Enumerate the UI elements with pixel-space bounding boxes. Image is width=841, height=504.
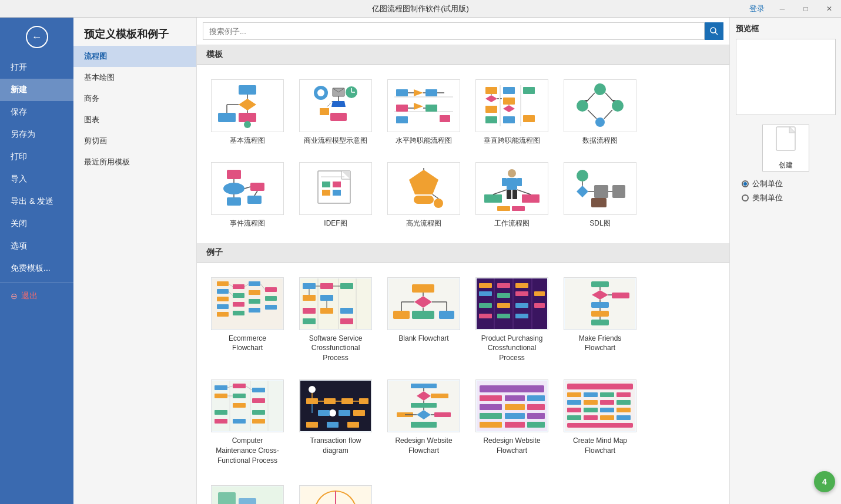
svg-rect-218 [327, 422, 339, 428]
svg-rect-62 [227, 170, 241, 179]
maximize-button[interactable]: □ [794, 0, 817, 18]
svg-rect-189 [233, 384, 246, 388]
category-flowchart[interactable]: 流程图 [73, 46, 196, 67]
svg-rect-24 [396, 89, 408, 96]
template-event-flowchart[interactable]: 事件流程图 [206, 157, 289, 234]
svg-rect-132 [303, 308, 316, 314]
svg-rect-65 [250, 183, 264, 191]
green-circle-button[interactable]: 4 [814, 471, 835, 492]
svg-rect-161 [515, 283, 528, 288]
svg-rect-74 [322, 190, 330, 196]
svg-rect-166 [479, 314, 492, 318]
sidebar-item-save[interactable]: 保存 [0, 101, 73, 123]
category-business[interactable]: 商务 [73, 88, 196, 109]
sidebar-item-print[interactable]: 打印 [0, 146, 73, 168]
sidebar-item-close[interactable]: 关闭 [0, 213, 73, 235]
svg-rect-103 [217, 281, 229, 286]
close-button[interactable]: ✕ [817, 0, 841, 18]
template-label-data: 数据流程图 [582, 136, 618, 146]
category-recent[interactable]: 最近所用模板 [73, 152, 196, 173]
search-input[interactable] [203, 22, 705, 40]
search-button[interactable] [705, 22, 723, 40]
svg-rect-170 [534, 303, 545, 308]
back-button[interactable]: ← [22, 22, 52, 52]
svg-rect-107 [217, 312, 229, 317]
example-make-friends[interactable]: Make FriendsFlowchart [559, 272, 641, 368]
svg-rect-39 [485, 87, 497, 94]
example-software-service[interactable]: Software ServiceCrossfunctionalProcess [294, 272, 377, 368]
svg-rect-127 [303, 283, 316, 289]
svg-rect-47 [523, 87, 535, 94]
example-product-purchasing[interactable]: Product PurchasingCrossfunctionalProcess [471, 272, 553, 368]
example-extra-1[interactable]: 图表 [206, 480, 289, 504]
app-title: 亿图流程图制作软件(试用版) [372, 4, 469, 14]
templates-scroll[interactable]: 模板 [197, 45, 729, 504]
unit-imperial[interactable]: 美制单位 [742, 193, 835, 203]
template-thumb-sdl [564, 162, 636, 215]
svg-rect-110 [233, 302, 244, 307]
example-blank-flowchart[interactable]: Blank Flowchart [383, 272, 465, 368]
sidebar-item-options[interactable]: 选项 [0, 235, 73, 257]
svg-rect-92 [497, 206, 510, 211]
sidebar-item-open[interactable]: 打开 [0, 56, 73, 79]
create-button[interactable]: 创建 [762, 125, 809, 172]
template-label-basic: 基本流程图 [230, 136, 265, 146]
sidebar-item-save-as[interactable]: 另存为 [0, 123, 73, 146]
template-data-flowchart[interactable]: 数据流程图 [559, 74, 641, 151]
template-sdl[interactable]: SDL图 [559, 157, 641, 234]
login-link[interactable]: 登录 [749, 4, 765, 14]
svg-rect-197 [233, 419, 246, 424]
sidebar-item-import[interactable]: 导入 [0, 168, 73, 190]
svg-rect-227 [434, 412, 451, 417]
svg-rect-187 [215, 385, 227, 390]
template-highlight-flowchart[interactable]: 高光流程图 [383, 157, 465, 234]
svg-point-80 [434, 199, 443, 208]
svg-rect-254 [567, 400, 581, 405]
sidebar-item-export-send[interactable]: 导出 & 发送 [0, 190, 73, 213]
svg-rect-160 [497, 293, 510, 298]
example-ecommerce[interactable]: EcommerceFlowchart [206, 272, 289, 368]
svg-rect-83 [507, 178, 517, 190]
svg-rect-114 [249, 299, 260, 304]
example-computer-maintenance[interactable]: ComputerMaintenance Cross-Functional Pro… [206, 374, 289, 471]
svg-rect-150 [439, 311, 454, 319]
category-basic-drawing[interactable]: 基本绘图 [73, 67, 196, 88]
category-cutout[interactable]: 剪切画 [73, 130, 196, 152]
example-redesign-website[interactable]: Redesign WebsiteFlowchart [383, 374, 465, 471]
svg-rect-131 [320, 295, 333, 301]
unit-metric[interactable]: 公制单位 [742, 179, 835, 189]
example-extra-2[interactable] [294, 480, 377, 504]
sidebar-item-exit[interactable]: ⊖ 退出 [0, 285, 73, 307]
example-transaction-flow[interactable]: Transaction flowdiagram [294, 374, 377, 471]
sidebar-item-free-templates[interactable]: 免费模板... [0, 257, 73, 280]
example-create-mind-map[interactable]: Create Mind MapFlowchart [559, 374, 641, 471]
svg-rect-217 [306, 422, 318, 428]
examples-grid: EcommerceFlowchart [197, 263, 729, 481]
example-thumb-radar [475, 379, 548, 432]
svg-rect-42 [485, 116, 497, 123]
search-icon [709, 26, 719, 36]
svg-rect-157 [479, 283, 492, 288]
template-work-flowchart[interactable]: 工作流程图 [471, 157, 553, 234]
template-thumb-vcross [475, 79, 548, 132]
sidebar-item-new[interactable]: 新建 [0, 79, 73, 101]
svg-rect-89 [522, 194, 540, 203]
category-chart[interactable]: 图表 [73, 109, 196, 130]
template-thumb-hcross [387, 79, 460, 132]
template-horizontal-cross[interactable]: 水平跨职能流程图 [383, 74, 465, 151]
template-idef[interactable]: IDEF图 [294, 157, 377, 234]
example-label-ecommerce: EcommerceFlowchart [229, 334, 266, 354]
svg-line-70 [254, 191, 257, 196]
template-basic-flowchart[interactable]: 基本流程图 [206, 74, 289, 151]
template-business-flowchart[interactable]: 商业流程模型示意图 [294, 74, 377, 151]
svg-rect-147 [393, 311, 410, 319]
svg-rect-158 [479, 291, 492, 296]
svg-rect-41 [485, 106, 497, 113]
template-vertical-cross[interactable]: 垂直跨职能流程图 [471, 74, 553, 151]
example-label-redesign: Redesign WebsiteFlowchart [395, 436, 452, 456]
minimize-button[interactable]: ─ [770, 0, 794, 18]
svg-rect-252 [600, 392, 614, 397]
example-radar-chart[interactable]: Redesign Website Flowchart [471, 374, 553, 471]
svg-rect-215 [339, 410, 350, 416]
svg-line-81 [433, 194, 438, 199]
